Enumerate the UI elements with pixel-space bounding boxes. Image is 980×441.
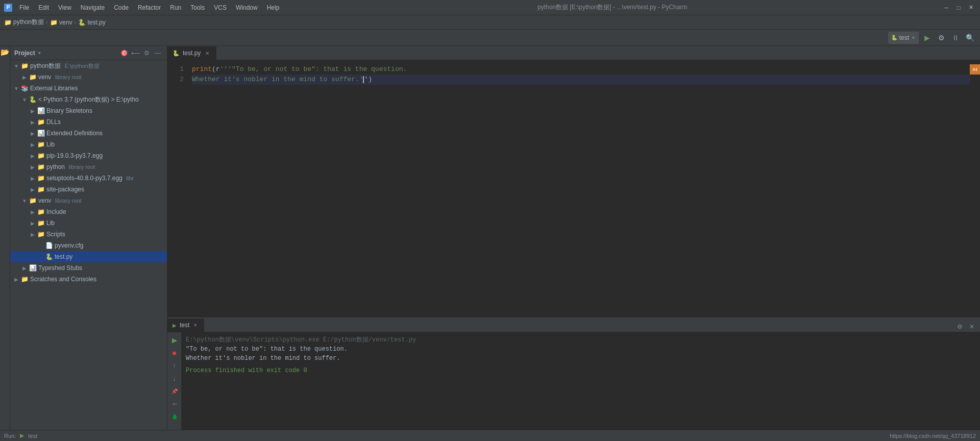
bottom-close-button[interactable]: ✕ bbox=[967, 322, 977, 332]
panel-settings-button[interactable]: ⚙ bbox=[141, 48, 152, 58]
menu-help[interactable]: Help bbox=[263, 3, 284, 12]
tree-arrow-python-lib: ▶ bbox=[29, 163, 37, 171]
tree-item-typeshed[interactable]: ▶ 📊 Typeshed Stubs bbox=[10, 262, 167, 274]
tree-item-binary-skeletons[interactable]: ▶ 📊 Binary Skeletons bbox=[10, 105, 167, 116]
close-button[interactable]: ✕ bbox=[966, 3, 976, 12]
collapse-all-button[interactable]: ⟵ bbox=[130, 48, 140, 58]
status-url: https://blog.csdn.net/qq_43718912 bbox=[890, 433, 976, 439]
python-icon: 🐍 bbox=[29, 95, 37, 104]
breadcrumb-sep-2: › bbox=[74, 19, 76, 26]
tree-item-scratches[interactable]: ▶ 📁 Scratches and Consoles bbox=[10, 274, 167, 285]
tree-item-python37[interactable]: ▼ 🐍 < Python 3.7 (python数据) > E:\pytho bbox=[10, 94, 167, 105]
tree-arrow-dlls: ▶ bbox=[29, 118, 37, 126]
pause-button[interactable]: ⏸ bbox=[949, 32, 962, 44]
tab-close-button[interactable]: ✕ bbox=[204, 50, 211, 57]
python-tab-icon: 🐍 bbox=[173, 50, 180, 57]
tree-item-extended-defs[interactable]: ▶ 📊 Extended Definitions bbox=[10, 128, 167, 139]
run-tab[interactable]: ▶ test ✕ bbox=[167, 318, 204, 332]
menu-file[interactable]: File bbox=[15, 3, 33, 12]
project-panel-title: Project ▼ bbox=[14, 50, 42, 57]
project-panel: Project ▼ 🎯 ⟵ ⚙ — ▼ 📁 python数据 E:\python… bbox=[10, 46, 167, 430]
breadcrumb-project[interactable]: python数据 bbox=[13, 18, 44, 27]
project-strip-icon[interactable]: 📂 bbox=[1, 48, 9, 56]
panel-close-button[interactable]: — bbox=[153, 48, 163, 58]
menu-run[interactable]: Run bbox=[166, 3, 185, 12]
menu-view[interactable]: View bbox=[54, 3, 76, 12]
run-tab-icon: ▶ bbox=[173, 323, 177, 328]
project-icon: 📁 bbox=[4, 19, 11, 26]
menu-code[interactable]: Code bbox=[110, 3, 133, 12]
tree-item-include[interactable]: ▶ 📁 Include bbox=[10, 206, 167, 217]
status-bar: Run: ▶ test https://blog.csdn.net/qq_437… bbox=[0, 430, 980, 441]
wrap-button[interactable]: ↩ bbox=[169, 398, 180, 409]
editor-tab-test-py[interactable]: 🐍 test.py ✕ bbox=[167, 46, 216, 60]
settings-gear-icon[interactable]: ⚙ bbox=[935, 32, 947, 44]
tree-view-button[interactable]: 🌲 bbox=[169, 411, 180, 422]
tree-label-test-py: test.py bbox=[55, 253, 72, 260]
tree-label-lib2: Lib bbox=[46, 219, 55, 227]
maximize-button[interactable]: □ bbox=[953, 3, 964, 12]
code-line-1: print(r'''"To be, or not to be": that is… bbox=[192, 64, 970, 75]
tree-arrow-lib: ▶ bbox=[29, 140, 37, 149]
tree-item-python-lib[interactable]: ▶ 📁 python library root bbox=[10, 161, 167, 173]
run-tab-close[interactable]: ✕ bbox=[192, 322, 199, 328]
run-button[interactable]: ▶ bbox=[921, 32, 933, 44]
menu-window[interactable]: Window bbox=[232, 3, 262, 12]
code-editor: 1 2 print(r'''"To be, or not to be": tha… bbox=[167, 60, 980, 317]
line-number-2: 2 bbox=[167, 75, 184, 85]
editor-and-bottom: 🐍 test.py ✕ 1 2 print(r'''"To be, or not… bbox=[167, 46, 980, 430]
rerun-button[interactable]: ▶ bbox=[169, 334, 180, 346]
tree-label-scripts: Scripts bbox=[46, 231, 65, 238]
tree-item-venv-lib-root[interactable]: ▼ 📁 venv library root bbox=[10, 195, 167, 206]
status-run-label: Run: bbox=[4, 433, 16, 439]
left-strip: 📂 bbox=[0, 46, 10, 430]
tree-item-venv-top[interactable]: ▶ 📁 venv library root bbox=[10, 71, 167, 83]
output-line-2: Whether it's nobler in the mind to suffe… bbox=[186, 354, 976, 363]
stop-button[interactable]: ■ bbox=[169, 347, 180, 358]
menu-refactor[interactable]: Refactor bbox=[134, 3, 165, 12]
tree-item-dlls[interactable]: ▶ 📁 DLLs bbox=[10, 116, 167, 128]
tree-arrow-extended: ▶ bbox=[29, 129, 37, 137]
tree-item-setuptools[interactable]: ▶ 📁 setuptools-40.8.0-py3.7.egg libr bbox=[10, 173, 167, 184]
menu-navigate[interactable]: Navigate bbox=[77, 3, 109, 12]
tree-item-scripts[interactable]: ▶ 📁 Scripts bbox=[10, 229, 167, 240]
tree-no-arrow-test bbox=[37, 253, 45, 261]
tree-item-site-packages[interactable]: ▶ 📁 site-packages bbox=[10, 184, 167, 195]
project-dropdown-icon[interactable]: ▼ bbox=[37, 51, 42, 56]
locate-file-button[interactable]: 🎯 bbox=[119, 48, 129, 58]
bottom-panel: ▶ test ✕ ⚙ ✕ ▶ ■ ↑ ↓ 📌 ↩ 🌲 bbox=[167, 317, 980, 430]
tree-item-test-py[interactable]: 🐍 test.py bbox=[10, 251, 167, 262]
tree-label-scratches: Scratches and Consoles bbox=[30, 276, 96, 283]
run-config-label: test bbox=[899, 34, 909, 41]
project-title-label: Project bbox=[14, 50, 35, 57]
run-config-selector[interactable]: 🐍 test ▼ bbox=[888, 32, 919, 44]
typeshed-icon: 📊 bbox=[29, 264, 37, 272]
bottom-settings-button[interactable]: ⚙ bbox=[954, 322, 965, 332]
folder-icon-dlls: 📁 bbox=[37, 118, 45, 126]
menu-edit[interactable]: Edit bbox=[34, 3, 53, 12]
tree-arrow-site-packages: ▶ bbox=[29, 185, 37, 193]
pin-button[interactable]: 📌 bbox=[169, 385, 180, 397]
tree-item-root[interactable]: ▼ 📁 python数据 E:\python数据 bbox=[10, 60, 167, 71]
tree-no-arrow-pyvenv bbox=[37, 241, 45, 250]
project-panel-header: Project ▼ 🎯 ⟵ ⚙ — bbox=[10, 46, 167, 60]
tree-label-typeshed: Typeshed Stubs bbox=[38, 264, 82, 272]
scroll-down-button[interactable]: ↓ bbox=[169, 373, 180, 384]
menu-vcs[interactable]: VCS bbox=[210, 3, 231, 12]
run-toolbar-row: 🐍 test ▼ ▶ ⚙ ⏸ 🔍 bbox=[0, 30, 980, 46]
tree-item-lib[interactable]: ▶ 📁 Lib bbox=[10, 139, 167, 150]
breadcrumb-file[interactable]: test.py bbox=[87, 19, 105, 26]
tree-item-pyvenv[interactable]: 📄 pyvenv.cfg bbox=[10, 240, 167, 251]
scroll-up-button[interactable]: ↑ bbox=[169, 360, 180, 371]
tree-arrow-external: ▼ bbox=[12, 84, 20, 92]
folder-icon-include: 📁 bbox=[37, 208, 45, 216]
tree-item-external-libs[interactable]: ▼ 📚 External Libraries bbox=[10, 83, 167, 94]
window-controls: ─ □ ✕ bbox=[941, 3, 976, 12]
menu-tools[interactable]: Tools bbox=[186, 3, 209, 12]
tree-item-pip[interactable]: ▶ 📁 pip-19.0.3-py3.7.egg bbox=[10, 150, 167, 161]
breadcrumb-venv[interactable]: venv bbox=[59, 19, 72, 26]
minimize-button[interactable]: ─ bbox=[941, 3, 951, 12]
code-content[interactable]: print(r'''"To be, or not to be": that is… bbox=[188, 60, 970, 317]
search-button[interactable]: 🔍 bbox=[964, 32, 976, 44]
tree-item-lib2[interactable]: ▶ 📁 Lib bbox=[10, 217, 167, 229]
